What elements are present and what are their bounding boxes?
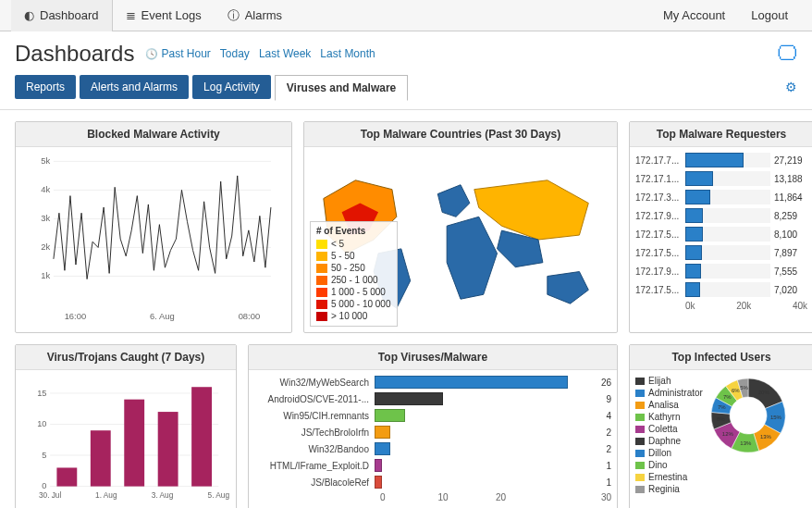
requester-ip: 172.17.1... (635, 174, 685, 184)
legend-swatch (635, 390, 645, 397)
time-last-week[interactable]: Last Week (259, 47, 311, 60)
infected-legend-row[interactable]: Coletta (635, 424, 703, 434)
virus-name: Win32/MyWebSearch (254, 378, 375, 388)
nav-alarms[interactable]: ⓘ Alarms (215, 0, 295, 31)
time-today[interactable]: Today (220, 47, 250, 60)
page-title: Dashboards (15, 41, 134, 67)
requester-row[interactable]: 172.17.3...11,864 (635, 190, 807, 204)
settings-icon[interactable]: ⚙ (785, 80, 797, 94)
tab-alerts-alarms[interactable]: Alerts and Alarms (80, 75, 189, 99)
requester-row[interactable]: 172.17.7...27,219 (635, 153, 807, 167)
requester-row[interactable]: 172.17.9...7,555 (635, 264, 807, 279)
nav-dashboard[interactable]: ◐ Dashboard (11, 0, 113, 31)
nav-logout-label: Logout (751, 8, 788, 22)
svg-text:8%: 8% (717, 416, 725, 422)
svg-text:08:00: 08:00 (239, 311, 260, 321)
gauge-icon: ◐ (24, 8, 34, 22)
virus-row[interactable]: JS/TechBroloIrfn2 (254, 426, 611, 439)
virus-row[interactable]: JS/BlacoleRef1 (254, 476, 611, 489)
nav-alarms-label: Alarms (245, 8, 282, 22)
infected-legend-row[interactable]: Reginia (635, 484, 703, 494)
svg-text:3. Aug: 3. Aug (152, 491, 174, 500)
card-malware-countries-title: Top Malware Countries (Past 30 Days) (304, 122, 617, 147)
virus-row[interactable]: Win32/Bandoo2 (254, 442, 611, 455)
infected-user-name: Dillon (648, 448, 671, 458)
requester-bar (685, 208, 703, 223)
svg-text:6%: 6% (732, 388, 740, 393)
svg-text:16:00: 16:00 (65, 311, 86, 321)
virus-bar-wrap (375, 376, 597, 389)
nav-dashboard-label: Dashboard (40, 8, 99, 22)
infected-legend-row[interactable]: Dino (635, 460, 703, 470)
requester-value: 7,555 (774, 266, 807, 277)
svg-text:7%: 7% (718, 404, 726, 410)
tabs-row: Reports Alerts and Alarms Log Activity V… (0, 70, 812, 110)
nav-event-logs[interactable]: ≣ Event Logs (113, 0, 215, 31)
svg-rect-25 (191, 387, 212, 486)
infected-legend-row[interactable]: Analisa (635, 400, 703, 410)
infected-legend-row[interactable]: Daphne (635, 436, 703, 446)
virus-name: Win32/Bandoo (254, 444, 375, 454)
requesters-axis: 0k 20k 40k (635, 301, 807, 311)
legend-swatch (316, 288, 327, 297)
tab-log-activity[interactable]: Log Activity (192, 75, 271, 99)
nav-logout[interactable]: Logout (738, 0, 801, 31)
infected-user-name: Dino (648, 460, 668, 470)
svg-text:13%: 13% (760, 434, 772, 440)
requester-row[interactable]: 172.17.9...8,259 (635, 208, 807, 223)
virus-row[interactable]: AndroidOS/CVE-2011-...9 (254, 392, 611, 405)
virus-value: 1 (606, 461, 611, 471)
infected-body: ElijahAdministratorAnalisaKathyrnColetta… (630, 370, 812, 502)
legend-swatch (316, 240, 327, 249)
time-past-hour[interactable]: Past Hour (145, 47, 210, 60)
legend-label: > 10 000 (331, 310, 367, 322)
svg-text:20%: 20% (758, 390, 770, 395)
requester-bar-wrap (685, 282, 770, 297)
infected-legend-row[interactable]: Dillon (635, 448, 703, 458)
legend-swatch (316, 252, 327, 261)
legend-swatch (635, 414, 645, 421)
requester-row[interactable]: 172.17.5...8,100 (635, 227, 807, 242)
world-map: # of Events < 55 - 5050 - 250250 - 1 000… (304, 147, 617, 332)
card-top-viruses: Top Viruses/Malware Win32/MyWebSearch26A… (248, 344, 618, 508)
requester-value: 13,188 (774, 174, 807, 184)
hv-axis-3: 30 (554, 492, 612, 502)
time-last-month[interactable]: Last Month (320, 47, 375, 60)
infected-legend-row[interactable]: Kathyrn (635, 412, 703, 422)
nav-my-account[interactable]: My Account (650, 0, 738, 31)
legend-row: < 5 (316, 238, 391, 250)
svg-text:1. Aug: 1. Aug (95, 491, 117, 500)
card-malware-countries: Top Malware Countries (Past 30 Days) # o… (303, 121, 618, 333)
virus-value: 2 (606, 427, 611, 438)
svg-text:30. Jul: 30. Jul (39, 491, 62, 500)
req-axis-2: 40k (793, 301, 807, 311)
infected-legend-row[interactable]: Ernestina (635, 472, 703, 482)
requester-row[interactable]: 172.17.1...13,188 (635, 171, 807, 186)
virus-name: JS/BlacoleRef (254, 477, 375, 488)
hv-axis-0: 0 (380, 492, 438, 502)
virus-row[interactable]: HTML/IFrame_Exploit.D1 (254, 459, 611, 472)
virus-row[interactable]: Win95/CIH.remnants4 (254, 409, 611, 422)
card-malware-requesters-title: Top Malware Requesters (630, 122, 812, 147)
infected-user-name: Coletta (648, 424, 678, 434)
virus-value: 26 (601, 378, 611, 388)
card-infected-users-title: Top Infected Users (630, 345, 812, 370)
tab-viruses-malware[interactable]: Viruses and Malware (275, 75, 409, 101)
legend-swatch (316, 264, 327, 273)
infected-user-name: Daphne (648, 436, 681, 446)
infected-legend-row[interactable]: Elijah (635, 376, 703, 386)
virus-bar (375, 459, 382, 472)
virus-row[interactable]: Win32/MyWebSearch26 (254, 376, 611, 389)
legend-label: 50 - 250 (331, 262, 365, 274)
requester-row[interactable]: 172.17.5...7,897 (635, 245, 807, 260)
infected-legend-row[interactable]: Administrator (635, 388, 703, 398)
nav-event-logs-label: Event Logs (141, 8, 202, 22)
monitor-icon[interactable]: 🖵 (777, 42, 797, 66)
tab-reports[interactable]: Reports (15, 75, 76, 99)
svg-rect-21 (56, 467, 77, 486)
virus-name: JS/TechBroloIrfn (254, 427, 375, 438)
legend-swatch (316, 300, 327, 309)
legend-label: 5 - 50 (331, 250, 355, 262)
requester-row[interactable]: 172.17.5...7,020 (635, 282, 807, 297)
requester-bar (685, 190, 710, 204)
